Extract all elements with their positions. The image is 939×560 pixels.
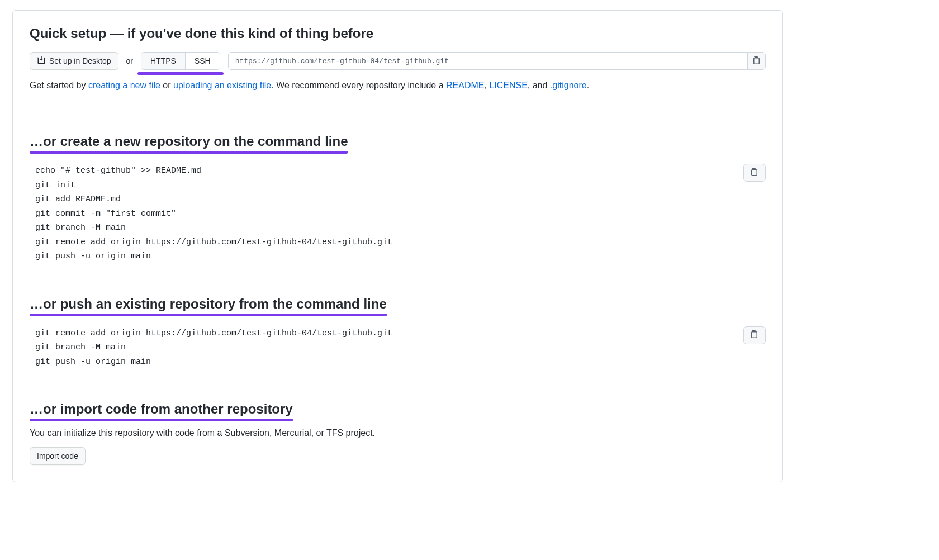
license-link[interactable]: LICENSE xyxy=(489,80,527,90)
get-started-mid: . We recommend every repository include … xyxy=(271,80,446,90)
setup-in-desktop-button[interactable]: Set up in Desktop xyxy=(30,52,118,70)
push-existing-heading: …or push an existing repository from the… xyxy=(30,296,387,316)
section-quick-setup: Quick setup — if you've done this kind o… xyxy=(13,11,782,118)
or-separator: or xyxy=(126,56,133,65)
upload-existing-file-link[interactable]: uploading an existing file xyxy=(173,80,271,90)
section-create-new-repo: …or create a new repository on the comma… xyxy=(13,118,782,281)
protocol-segment-underline: HTTPS SSH xyxy=(141,52,220,70)
create-new-code-row: echo "# test-github" >> README.md git in… xyxy=(30,164,766,264)
protocol-segment: HTTPS SSH xyxy=(141,52,220,70)
desktop-download-icon xyxy=(37,56,46,67)
and-sep: , and xyxy=(528,80,550,90)
copy-create-new-button[interactable] xyxy=(743,164,766,182)
quick-setup-toolbar: Set up in Desktop or HTTPS SSH xyxy=(30,52,766,70)
get-started-prefix: Get started by xyxy=(30,80,88,90)
section-import-code: …or import code from another repository … xyxy=(13,386,782,482)
quick-setup-heading: Quick setup — if you've done this kind o… xyxy=(30,25,373,42)
get-started-text: Get started by creating a new file or up… xyxy=(30,79,766,92)
period-1: . xyxy=(587,80,589,90)
import-code-description: You can initialize this repository with … xyxy=(30,428,766,438)
quick-setup-panel: Quick setup — if you've done this kind o… xyxy=(12,10,783,482)
get-started-or: or xyxy=(160,80,173,90)
protocol-https-button[interactable]: HTTPS xyxy=(141,53,185,69)
import-code-heading: …or import code from another repository xyxy=(30,401,293,421)
readme-link[interactable]: README xyxy=(446,80,484,90)
push-existing-code-row: git remote add origin https://github.com… xyxy=(30,326,766,369)
clipboard-icon xyxy=(752,56,761,67)
import-code-button-label: Import code xyxy=(37,452,78,461)
section-push-existing: …or push an existing repository from the… xyxy=(13,281,782,387)
clipboard-icon xyxy=(750,330,759,340)
setup-in-desktop-label: Set up in Desktop xyxy=(49,56,111,65)
import-code-button[interactable]: Import code xyxy=(30,447,86,465)
create-new-code-block[interactable]: echo "# test-github" >> README.md git in… xyxy=(30,164,734,264)
create-new-file-link[interactable]: creating a new file xyxy=(88,80,160,90)
clone-url-field xyxy=(228,52,766,70)
create-new-repo-heading: …or create a new repository on the comma… xyxy=(30,133,348,154)
clone-url-input[interactable] xyxy=(229,53,747,69)
gitignore-link[interactable]: .gitignore xyxy=(550,80,587,90)
protocol-ssh-button[interactable]: SSH xyxy=(185,53,220,69)
copy-url-button[interactable] xyxy=(747,53,765,69)
copy-push-existing-button[interactable] xyxy=(743,326,766,344)
push-existing-code-block[interactable]: git remote add origin https://github.com… xyxy=(30,326,734,369)
comma-1: , xyxy=(484,80,489,90)
clipboard-icon xyxy=(750,168,759,178)
